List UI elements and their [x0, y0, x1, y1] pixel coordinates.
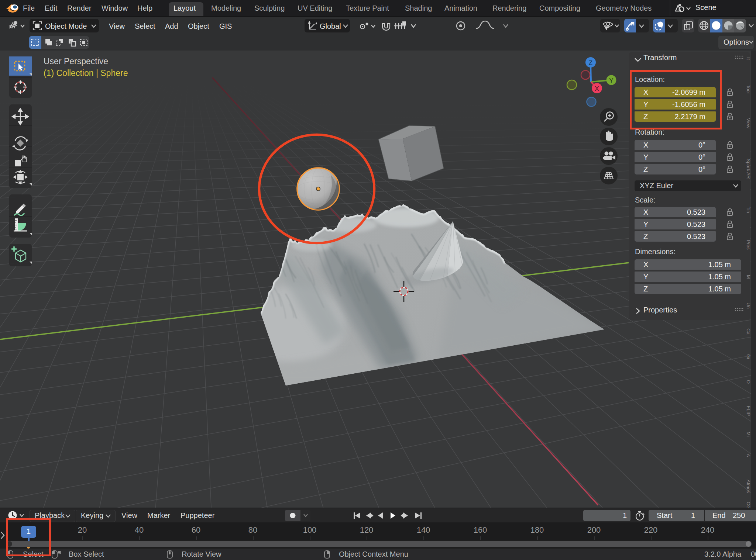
svg-text:User Perspective: User Perspective	[44, 56, 108, 66]
svg-text:Z: Z	[589, 59, 592, 66]
svg-text:X: X	[595, 85, 599, 92]
svg-text:(1) Collection | Sphere: (1) Collection | Sphere	[44, 68, 128, 78]
svg-text:Y: Y	[609, 77, 613, 84]
